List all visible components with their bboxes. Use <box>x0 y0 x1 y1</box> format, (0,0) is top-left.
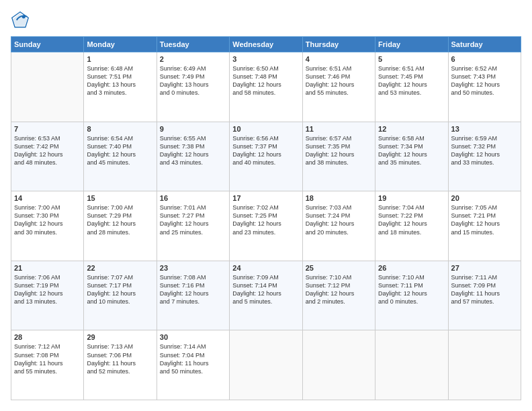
day-number: 21 <box>14 264 81 272</box>
day-info: Sunrise: 6:50 AMSunset: 7:48 PMDaylight:… <box>232 64 299 97</box>
day-number: 3 <box>232 55 299 63</box>
day-info: Sunrise: 7:09 AMSunset: 7:14 PMDaylight:… <box>232 273 299 306</box>
day-info: Sunrise: 7:03 AMSunset: 7:24 PMDaylight:… <box>306 203 372 236</box>
weekday-header-sunday: Sunday <box>11 37 84 52</box>
calendar-cell: 11Sunrise: 6:57 AMSunset: 7:35 PMDayligh… <box>302 122 375 191</box>
day-number: 29 <box>87 333 153 341</box>
calendar-cell: 14Sunrise: 7:00 AMSunset: 7:30 PMDayligh… <box>11 191 84 261</box>
calendar-cell: 7Sunrise: 6:53 AMSunset: 7:42 PMDaylight… <box>11 122 84 191</box>
day-info: Sunrise: 6:54 AMSunset: 7:40 PMDaylight:… <box>87 134 153 167</box>
day-info: Sunrise: 6:51 AMSunset: 7:46 PMDaylight:… <box>306 64 372 97</box>
calendar-cell: 22Sunrise: 7:07 AMSunset: 7:17 PMDayligh… <box>84 261 157 330</box>
weekday-header-thursday: Thursday <box>302 37 375 52</box>
weekday-header-monday: Monday <box>84 37 157 52</box>
calendar-cell <box>375 330 448 400</box>
day-number: 26 <box>378 264 445 272</box>
weekday-header-tuesday: Tuesday <box>157 37 229 52</box>
page: SundayMondayTuesdayWednesdayThursdayFrid… <box>0 0 532 411</box>
day-info: Sunrise: 6:53 AMSunset: 7:42 PMDaylight:… <box>14 134 81 167</box>
day-number: 12 <box>378 125 445 133</box>
day-number: 10 <box>232 125 299 133</box>
calendar-cell: 23Sunrise: 7:08 AMSunset: 7:16 PMDayligh… <box>157 261 229 330</box>
day-number: 30 <box>160 333 226 341</box>
day-number: 22 <box>87 264 153 272</box>
day-info: Sunrise: 6:59 AMSunset: 7:32 PMDaylight:… <box>451 134 518 167</box>
calendar-cell <box>11 52 84 122</box>
day-number: 4 <box>306 55 372 63</box>
calendar-cell: 21Sunrise: 7:06 AMSunset: 7:19 PMDayligh… <box>11 261 84 330</box>
week-row-4: 21Sunrise: 7:06 AMSunset: 7:19 PMDayligh… <box>11 261 521 330</box>
day-number: 27 <box>451 264 518 272</box>
day-info: Sunrise: 6:48 AMSunset: 7:51 PMDaylight:… <box>87 64 153 97</box>
calendar-cell: 16Sunrise: 7:01 AMSunset: 7:27 PMDayligh… <box>157 191 229 261</box>
week-row-2: 7Sunrise: 6:53 AMSunset: 7:42 PMDaylight… <box>11 122 521 191</box>
day-number: 7 <box>14 125 81 133</box>
day-info: Sunrise: 6:49 AMSunset: 7:49 PMDaylight:… <box>160 64 226 97</box>
calendar-cell: 26Sunrise: 7:10 AMSunset: 7:11 PMDayligh… <box>375 261 448 330</box>
weekday-header-saturday: Saturday <box>448 37 521 52</box>
calendar-cell: 1Sunrise: 6:48 AMSunset: 7:51 PMDaylight… <box>84 52 157 122</box>
day-info: Sunrise: 7:07 AMSunset: 7:17 PMDaylight:… <box>87 273 153 306</box>
day-info: Sunrise: 7:14 AMSunset: 7:04 PMDaylight:… <box>160 342 226 375</box>
weekday-header-friday: Friday <box>375 37 448 52</box>
day-info: Sunrise: 7:12 AMSunset: 7:08 PMDaylight:… <box>14 342 81 375</box>
calendar-table: SundayMondayTuesdayWednesdayThursdayFrid… <box>11 36 521 400</box>
calendar-cell <box>302 330 375 400</box>
day-number: 24 <box>232 264 299 272</box>
calendar-cell: 10Sunrise: 6:56 AMSunset: 7:37 PMDayligh… <box>230 122 302 191</box>
day-number: 2 <box>160 55 226 63</box>
calendar-cell <box>230 330 302 400</box>
day-info: Sunrise: 7:10 AMSunset: 7:12 PMDaylight:… <box>306 273 372 306</box>
calendar-cell: 17Sunrise: 7:02 AMSunset: 7:25 PMDayligh… <box>230 191 302 261</box>
day-info: Sunrise: 6:55 AMSunset: 7:38 PMDaylight:… <box>160 134 226 167</box>
day-info: Sunrise: 6:52 AMSunset: 7:43 PMDaylight:… <box>451 64 518 97</box>
calendar-cell: 15Sunrise: 7:00 AMSunset: 7:29 PMDayligh… <box>84 191 157 261</box>
day-info: Sunrise: 7:08 AMSunset: 7:16 PMDaylight:… <box>160 273 226 306</box>
day-info: Sunrise: 7:10 AMSunset: 7:11 PMDaylight:… <box>378 273 445 306</box>
calendar-cell: 8Sunrise: 6:54 AMSunset: 7:40 PMDaylight… <box>84 122 157 191</box>
calendar-cell: 9Sunrise: 6:55 AMSunset: 7:38 PMDaylight… <box>157 122 229 191</box>
day-info: Sunrise: 7:00 AMSunset: 7:30 PMDaylight:… <box>14 203 81 236</box>
day-info: Sunrise: 6:51 AMSunset: 7:45 PMDaylight:… <box>378 64 445 97</box>
week-row-5: 28Sunrise: 7:12 AMSunset: 7:08 PMDayligh… <box>11 330 521 400</box>
day-number: 14 <box>14 194 81 202</box>
calendar-cell: 13Sunrise: 6:59 AMSunset: 7:32 PMDayligh… <box>448 122 521 191</box>
calendar-cell: 28Sunrise: 7:12 AMSunset: 7:08 PMDayligh… <box>11 330 84 400</box>
day-info: Sunrise: 7:04 AMSunset: 7:22 PMDaylight:… <box>378 203 445 236</box>
calendar-cell: 27Sunrise: 7:11 AMSunset: 7:09 PMDayligh… <box>448 261 521 330</box>
calendar-cell: 19Sunrise: 7:04 AMSunset: 7:22 PMDayligh… <box>375 191 448 261</box>
calendar-cell: 24Sunrise: 7:09 AMSunset: 7:14 PMDayligh… <box>230 261 302 330</box>
day-number: 28 <box>14 333 81 341</box>
logo-icon <box>11 11 30 30</box>
day-number: 15 <box>87 194 153 202</box>
day-info: Sunrise: 7:06 AMSunset: 7:19 PMDaylight:… <box>14 273 81 306</box>
day-number: 8 <box>87 125 153 133</box>
day-info: Sunrise: 6:57 AMSunset: 7:35 PMDaylight:… <box>306 134 372 167</box>
calendar-cell: 2Sunrise: 6:49 AMSunset: 7:49 PMDaylight… <box>157 52 229 122</box>
day-number: 11 <box>306 125 372 133</box>
day-number: 5 <box>378 55 445 63</box>
calendar-cell: 4Sunrise: 6:51 AMSunset: 7:46 PMDaylight… <box>302 52 375 122</box>
day-info: Sunrise: 7:01 AMSunset: 7:27 PMDaylight:… <box>160 203 226 236</box>
weekday-header-wednesday: Wednesday <box>230 37 302 52</box>
day-number: 18 <box>306 194 372 202</box>
week-row-1: 1Sunrise: 6:48 AMSunset: 7:51 PMDaylight… <box>11 52 521 122</box>
day-info: Sunrise: 6:58 AMSunset: 7:34 PMDaylight:… <box>378 134 445 167</box>
day-info: Sunrise: 7:00 AMSunset: 7:29 PMDaylight:… <box>87 203 153 236</box>
day-info: Sunrise: 7:02 AMSunset: 7:25 PMDaylight:… <box>232 203 299 236</box>
day-info: Sunrise: 6:56 AMSunset: 7:37 PMDaylight:… <box>232 134 299 167</box>
day-number: 19 <box>378 194 445 202</box>
calendar-cell: 12Sunrise: 6:58 AMSunset: 7:34 PMDayligh… <box>375 122 448 191</box>
day-number: 23 <box>160 264 226 272</box>
day-info: Sunrise: 7:05 AMSunset: 7:21 PMDaylight:… <box>451 203 518 236</box>
calendar-cell: 5Sunrise: 6:51 AMSunset: 7:45 PMDaylight… <box>375 52 448 122</box>
calendar-cell: 29Sunrise: 7:13 AMSunset: 7:06 PMDayligh… <box>84 330 157 400</box>
calendar-cell: 20Sunrise: 7:05 AMSunset: 7:21 PMDayligh… <box>448 191 521 261</box>
day-info: Sunrise: 7:13 AMSunset: 7:06 PMDaylight:… <box>87 342 153 375</box>
logo <box>11 11 32 30</box>
day-number: 1 <box>87 55 153 63</box>
day-number: 16 <box>160 194 226 202</box>
weekday-header-row: SundayMondayTuesdayWednesdayThursdayFrid… <box>11 37 521 52</box>
calendar-cell: 3Sunrise: 6:50 AMSunset: 7:48 PMDaylight… <box>230 52 302 122</box>
calendar-cell: 25Sunrise: 7:10 AMSunset: 7:12 PMDayligh… <box>302 261 375 330</box>
